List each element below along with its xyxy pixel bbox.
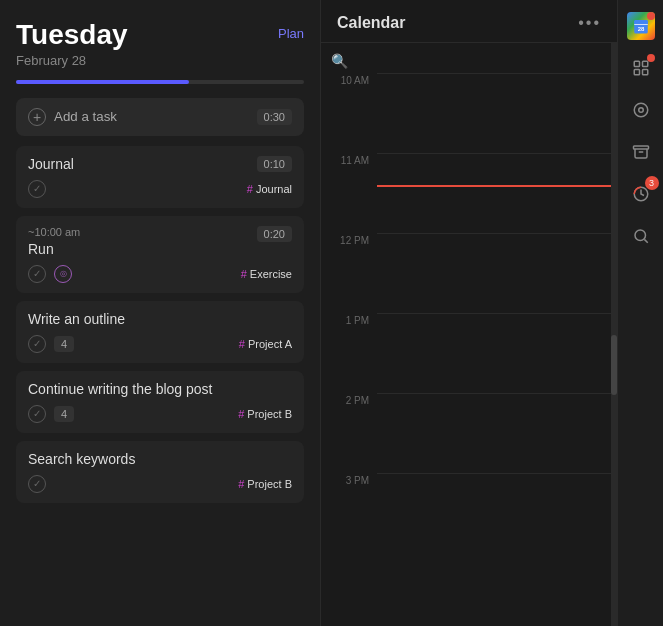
check-icon: ✓ — [33, 268, 41, 279]
progress-bar-container — [16, 80, 304, 84]
svg-rect-10 — [633, 146, 648, 149]
task-blog-post-footer: ✓ 4 # Project B — [28, 405, 292, 423]
task-journal-check[interactable]: ✓ — [28, 180, 46, 198]
time-slot-3pm: 3 PM — [321, 473, 377, 553]
sidebar-icon-search[interactable] — [625, 220, 657, 252]
hash-icon: # — [241, 268, 247, 280]
time-slot-11am: 11 AM — [321, 153, 377, 233]
task-card-journal: Journal 0:10 ✓ # Journal — [16, 146, 304, 208]
task-run-title-group: ~10:00 am Run — [28, 226, 80, 257]
time-labels: 10 AM 11 AM 12 PM 1 PM 2 PM 3 PM — [321, 43, 377, 626]
scrollbar-thumb[interactable] — [611, 335, 617, 395]
sidebar-icon-grid[interactable] — [625, 52, 657, 84]
sidebar-icon-calendar-app[interactable]: 28 — [625, 10, 657, 42]
grid-line-1 — [377, 73, 617, 153]
plan-button[interactable]: Plan — [278, 20, 304, 41]
add-task-button[interactable]: + Add a task 0:30 — [16, 98, 304, 136]
right-sidebar: 28 3 — [617, 0, 663, 626]
svg-rect-5 — [642, 61, 647, 66]
task-search-keywords-tag: # Project B — [238, 478, 292, 490]
task-run-header: ~10:00 am Run 0:20 — [28, 226, 292, 257]
hash-icon: # — [247, 183, 253, 195]
task-card-search-keywords: Search keywords ✓ # Project B — [16, 441, 304, 503]
sidebar-icon-archive[interactable] — [625, 136, 657, 168]
task-write-outline-title: Write an outline — [28, 311, 292, 327]
task-blog-post-subtasks: 4 — [54, 406, 74, 422]
task-blog-post-tag-name: Project B — [247, 408, 292, 420]
grid-line-3 — [377, 233, 617, 313]
grid-badge — [647, 54, 655, 62]
day-info: Tuesday February 28 — [16, 20, 128, 68]
task-run-duration: 0:20 — [257, 226, 292, 242]
svg-text:28: 28 — [637, 26, 644, 32]
time-slot-10am: 10 AM — [321, 73, 377, 153]
task-journal-header: Journal 0:10 — [28, 156, 292, 172]
svg-rect-4 — [634, 61, 639, 66]
current-time-line — [377, 185, 617, 187]
svg-rect-1 — [634, 20, 648, 25]
task-journal-footer-left: ✓ — [28, 180, 46, 198]
check-icon: ✓ — [33, 183, 41, 194]
add-task-left: + Add a task — [28, 108, 117, 126]
task-card-write-outline: Write an outline ✓ 4 # Project A — [16, 301, 304, 363]
task-write-outline-subtasks: 4 — [54, 336, 74, 352]
calendar-panel: Calendar ••• 🔍 10 AM 11 AM 12 PM 1 PM 2 … — [320, 0, 617, 626]
check-icon: ✓ — [33, 408, 41, 419]
grid-lines — [377, 43, 617, 626]
timer-icon[interactable]: ◎ — [54, 265, 72, 283]
add-task-label: Add a task — [54, 109, 117, 124]
svg-point-8 — [634, 103, 648, 117]
task-run-footer-left: ✓ ◎ — [28, 265, 72, 283]
task-search-keywords-footer: ✓ # Project B — [28, 475, 292, 493]
calendar-body: 🔍 10 AM 11 AM 12 PM 1 PM 2 PM 3 PM — [321, 43, 617, 626]
task-journal-title: Journal — [28, 156, 74, 172]
day-title: Tuesday — [16, 20, 128, 51]
task-blog-post-footer-left: ✓ 4 — [28, 405, 74, 423]
calendar-badge — [647, 12, 655, 20]
task-write-outline-tag-name: Project A — [248, 338, 292, 350]
day-date: February 28 — [16, 53, 128, 68]
svg-point-9 — [638, 108, 643, 113]
task-run-tag-name: Exercise — [250, 268, 292, 280]
grid-line-6 — [377, 473, 617, 553]
time-label-11am: 11 AM — [321, 153, 377, 166]
sidebar-icon-recent[interactable]: 3 — [625, 178, 657, 210]
task-write-outline-footer: ✓ 4 # Project A — [28, 335, 292, 353]
task-blog-post-title: Continue writing the blog post — [28, 381, 292, 397]
task-run-tag: # Exercise — [241, 268, 292, 280]
task-journal-tag-name: Journal — [256, 183, 292, 195]
task-blog-post-tag: # Project B — [238, 408, 292, 420]
task-search-keywords-check[interactable]: ✓ — [28, 475, 46, 493]
task-card-blog-post: Continue writing the blog post ✓ 4 # Pro… — [16, 371, 304, 433]
svg-rect-6 — [634, 70, 639, 75]
task-run-footer: ✓ ◎ # Exercise — [28, 265, 292, 283]
svg-line-14 — [644, 239, 647, 242]
task-run-time-hint: ~10:00 am — [28, 226, 80, 238]
task-write-outline-check[interactable]: ✓ — [28, 335, 46, 353]
task-blog-post-check[interactable]: ✓ — [28, 405, 46, 423]
add-task-duration: 0:30 — [257, 109, 292, 125]
task-write-outline-footer-left: ✓ 4 — [28, 335, 74, 353]
task-run-title: Run — [28, 241, 80, 257]
hash-icon: # — [238, 408, 244, 420]
time-label-12pm: 12 PM — [321, 233, 377, 246]
task-search-keywords-footer-left: ✓ — [28, 475, 46, 493]
task-journal-tag: # Journal — [247, 183, 292, 195]
time-label-1pm: 1 PM — [321, 313, 377, 326]
time-slot-12pm: 12 PM — [321, 233, 377, 313]
grid-line-2 — [377, 153, 617, 233]
time-label-2pm: 2 PM — [321, 393, 377, 406]
task-search-keywords-tag-name: Project B — [247, 478, 292, 490]
scrollbar-track[interactable] — [611, 43, 617, 626]
time-slot-1pm: 1 PM — [321, 313, 377, 393]
sidebar-icon-focus[interactable] — [625, 94, 657, 126]
task-journal-footer: ✓ # Journal — [28, 180, 292, 198]
time-label-3pm: 3 PM — [321, 473, 377, 486]
hash-icon: # — [239, 338, 245, 350]
svg-point-13 — [635, 230, 646, 241]
calendar-title: Calendar — [337, 14, 405, 32]
task-run-check[interactable]: ✓ — [28, 265, 46, 283]
task-card-run: ~10:00 am Run 0:20 ✓ ◎ # Exercise — [16, 216, 304, 293]
time-label-10am: 10 AM — [321, 73, 377, 86]
calendar-more-button[interactable]: ••• — [578, 14, 601, 32]
